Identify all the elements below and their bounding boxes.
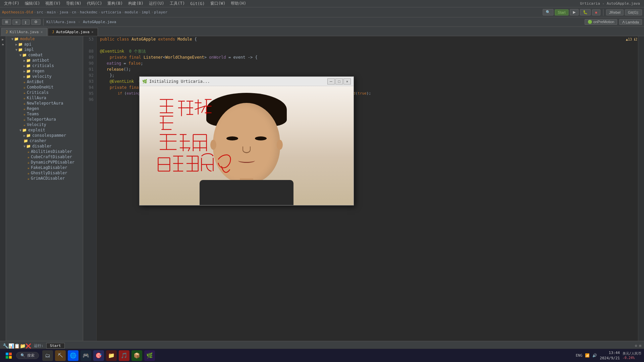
taskbar-search[interactable]: 🔍 搜索 [16,352,39,359]
menu-edit[interactable]: 编辑(E) [22,1,43,6]
tree-killaura-java[interactable]: ☕ KillAura [6,95,83,101]
menu-run[interactable]: 运行(U) [146,1,167,6]
popup-icon: 🌿 [142,79,147,84]
tree-crasher[interactable]: 📁 crasher [6,138,83,143]
eye-right [255,136,267,140]
ear-left [210,140,216,150]
toolbar-search-btn[interactable]: 🔍 [543,9,553,15]
menu-nav[interactable]: 导航(N) [63,1,84,6]
file-sep: › [78,20,80,24]
tree-abilities[interactable]: ☕ AbilitiesDisabler [6,149,83,154]
git-button[interactable]: Git(G): [625,9,642,15]
jrebel-button[interactable]: JRebel [606,9,624,15]
start-button[interactable]: Start [555,9,569,15]
folder-disabler-icon: 📁 [26,144,31,148]
tree-combat[interactable]: ▼ 📁 combat [6,52,83,58]
tree-criticals-java-label: Criticals [27,90,49,95]
run-btn[interactable]: ▶ [570,9,579,15]
tree-grimac[interactable]: ☕ GrimACDisabler [6,176,83,181]
run-settings-icon[interactable]: ⚙ [635,344,637,348]
tab-autogapple[interactable]: J AutoGApple.java × [48,28,98,36]
tree-criticals-folder[interactable]: ▶ 📁 criticals [6,63,83,68]
tree-ghostly[interactable]: ☕ GhostlyDisabler [6,170,83,176]
tree-antibot[interactable]: ▶ 📁 antibot [6,58,83,63]
taskbar-app9[interactable]: 🌿 [144,350,155,361]
taskbar-explorer[interactable]: 🗂 [42,350,53,361]
menu-window[interactable]: 窗口(W) [208,1,228,6]
popup-maximize[interactable]: □ [335,78,343,84]
folder-api-icon: 📁 [18,42,23,47]
window-title: Urticaria - AutoGApple.java [577,1,643,6]
menu-view[interactable]: 视图(V) [43,1,63,6]
run-tab-start[interactable]: Start [46,343,65,349]
tab-killaura-close[interactable]: × [41,30,43,34]
menu-git[interactable]: Git(G) [187,1,207,6]
tree-criticals-java[interactable]: ☕ Criticals [6,90,83,95]
arrow-antibot: ▶ [23,59,25,62]
debug-btn[interactable]: 🐛 [580,9,591,15]
menu-code[interactable]: 代码(C) [84,1,105,6]
svg-rect-2 [6,356,8,359]
onpremotion-btn[interactable]: 🟢 onPreMotion [585,19,617,25]
tree-regen-folder[interactable]: ▶ 📁 regen [6,68,83,74]
menu-tools[interactable]: 工具(T) [167,1,188,6]
tab-autogapple-close[interactable]: × [92,30,94,34]
tree-fakelag[interactable]: ☕ FakeLagDisabler [6,165,83,170]
tree-newteleport[interactable]: ☕ NewTeleportAura [6,101,83,106]
tree-cubecraft-label: CubeCraftDisabler [31,155,72,159]
taskbar-app5[interactable]: 🎯 [93,350,104,361]
windows-start-btn[interactable] [3,350,15,361]
tree-exploit-label: exploit [28,128,45,132]
tree-consolespammer[interactable]: ▶ 📁 consolespammer [6,133,83,138]
tree-impl[interactable]: ▼ 📁 impl [6,47,83,52]
popup-content [140,86,354,205]
tab-killaura[interactable]: J KillAura.java × [1,28,47,36]
toolbar-split-btn[interactable]: ⫿ [22,19,30,25]
line-numbers: 53 88 89 90 91 92 93 94 95 96 [83,36,97,341]
tree-regen-java[interactable]: ☕ Regen [6,106,83,111]
stop-btn[interactable]: ■ [592,9,600,15]
breadcrumb-module: module [125,10,138,14]
tree-velocity-folder[interactable]: ▶ 📁 velocity [6,74,83,79]
arrow-velocity: ▶ [23,75,25,78]
menu-build[interactable]: 构建(B) [125,1,146,6]
lambda-btn[interactable]: Λ Lambda [619,19,642,25]
toolbar-layout-btn[interactable]: ⊞ [2,19,11,25]
breadcrumb-hackedmc: hackedmc [80,10,98,14]
tree-velocity-java[interactable]: ☕ Velocity [6,122,83,127]
tree-regen-java-label: Regen [27,106,39,111]
toolbar-view-btn[interactable]: ≡ [12,19,20,25]
tree-teleportaura[interactable]: ☕ TeleportAura [6,117,83,122]
tree-comboonehit[interactable]: ☕ ComboOneHit [6,84,83,90]
taskbar-steam[interactable]: 🎮 [80,350,91,361]
shirt [200,180,293,205]
run-expand-icon[interactable]: ⊞ [639,344,641,348]
breadcrumb-impl: impl [142,10,151,14]
tree-api-label: api [24,42,32,47]
tree-impl-label: impl [24,47,34,52]
tree-api[interactable]: ▶ 📁 api [6,42,83,47]
tree-dynamicpvp[interactable]: ☕ DynamicPVPDisabler [6,160,83,165]
popup-minimize[interactable]: ─ [327,78,335,84]
tree-exploit[interactable]: ▼ 📁 exploit [6,127,83,133]
taskbar-app8[interactable]: 📦 [131,350,142,361]
taskbar-minecraft[interactable]: ⛏ [55,350,66,361]
folder-velocity-icon: 📁 [26,74,31,79]
tree-antibot-java[interactable]: ☕ AntiBot [6,79,83,84]
menu-help[interactable]: 帮助(H) [228,1,249,6]
taskbar-edge[interactable]: 🌐 [68,350,78,361]
popup-close[interactable]: × [343,78,351,84]
tree-module[interactable]: ▼ 📁 module [6,36,83,42]
menu-file[interactable]: 文件(F) [1,1,22,6]
toolbar-settings-btn[interactable]: ⚙ [31,19,41,25]
face-shape-container [193,93,300,205]
arrow-api: ▶ [15,43,17,46]
popup-titlebar: 🌿 Initializing Urticaria... ─ □ × [140,77,354,86]
menu-refactor[interactable]: 重构(B) [105,1,125,6]
popup-title-area: 🌿 Initializing Urticaria... [142,79,210,84]
taskbar-app7[interactable]: 🎵 [119,350,129,361]
tree-teams-java[interactable]: ☕ Teams [6,111,83,117]
tree-cubecraft[interactable]: ☕ CubeCraftDisabler [6,154,83,160]
tree-disabler[interactable]: ▼ 📁 disabler [6,143,83,149]
taskbar-app6[interactable]: 📁 [106,350,117,361]
